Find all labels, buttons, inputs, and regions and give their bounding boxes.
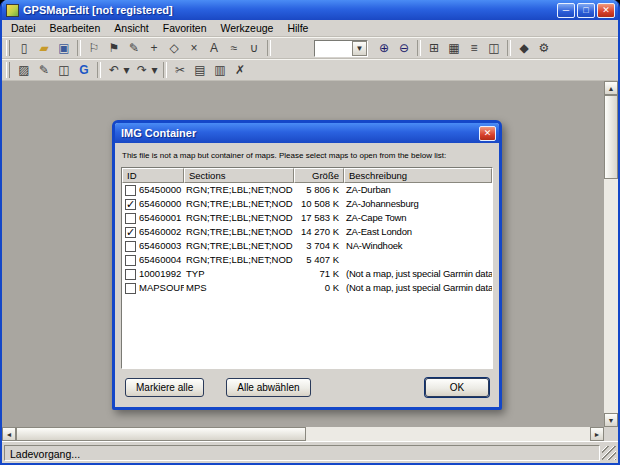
separator xyxy=(163,62,167,78)
close-button[interactable]: ✕ xyxy=(597,3,615,18)
undo-icon[interactable]: ↶ xyxy=(105,61,123,79)
draw-polyline-icon[interactable]: ✎ xyxy=(125,39,143,57)
magnet-icon[interactable]: ∪ xyxy=(245,39,263,57)
hatch-icon[interactable]: ▨ xyxy=(15,61,33,79)
menu-item[interactable]: Werkzeuge xyxy=(214,21,281,35)
dialog-close-button[interactable]: ✕ xyxy=(479,126,496,141)
row-checkbox[interactable] xyxy=(125,269,136,280)
menu-item[interactable]: Datei xyxy=(4,21,43,35)
icon-glyph: × xyxy=(190,39,197,57)
column-header[interactable]: Beschreibung xyxy=(344,168,492,183)
delete-icon[interactable]: ✗ xyxy=(231,61,249,79)
settings-icon[interactable]: ⚙ xyxy=(535,39,553,57)
route-icon[interactable]: ≈ xyxy=(225,39,243,57)
overlay-icon[interactable]: ◫ xyxy=(55,61,73,79)
select-all-button[interactable]: Markiere alle xyxy=(125,378,204,397)
row-checkbox[interactable] xyxy=(125,213,136,224)
redo-menu-icon[interactable]: ▾ xyxy=(150,61,159,79)
column-header[interactable]: Größe xyxy=(294,168,344,183)
row-checkbox[interactable] xyxy=(125,227,136,238)
cell-sections: RGN;TRE;LBL;NET;NOD xyxy=(184,183,294,197)
icon-glyph: ◫ xyxy=(488,39,499,57)
tiles-icon[interactable]: ◫ xyxy=(485,39,503,57)
row-id-text: 65460004 xyxy=(139,253,181,267)
zoom-out-icon[interactable]: ⊖ xyxy=(395,39,413,57)
deselect-all-button[interactable]: Alle abwählen xyxy=(226,378,310,397)
separator xyxy=(417,40,421,56)
column-header[interactable]: Sections xyxy=(184,168,294,183)
row-checkbox[interactable] xyxy=(125,199,136,210)
row-id-text: 65460003 xyxy=(139,239,181,253)
icon-glyph: ↶ xyxy=(109,61,119,79)
menu-item[interactable]: Favoriten xyxy=(156,21,214,35)
vertical-scroll-thumb[interactable] xyxy=(604,95,618,179)
row-checkbox[interactable] xyxy=(125,283,136,294)
paste-icon[interactable]: ▥ xyxy=(211,61,229,79)
scale-combo[interactable]: ▼ xyxy=(314,40,368,57)
row-checkbox[interactable] xyxy=(125,241,136,252)
add-node-icon[interactable]: + xyxy=(145,39,163,57)
column-header[interactable]: ID xyxy=(122,168,184,183)
menubar: Datei Bearbeiten Ansicht Favoriten Werkz… xyxy=(2,20,618,37)
horizontal-scrollbar[interactable]: ◄ ► xyxy=(2,427,604,441)
layers-icon[interactable]: ≡ xyxy=(465,39,483,57)
cell-id: 65460004 xyxy=(122,253,184,267)
objects-icon[interactable]: ◆ xyxy=(515,39,533,57)
table-row[interactable]: 65460003 RGN;TRE;LBL;NET;NOD 3 704 K NA-… xyxy=(122,239,492,253)
row-checkbox[interactable] xyxy=(125,185,136,196)
new-file-icon[interactable]: ▯ xyxy=(15,39,33,57)
table-row[interactable]: MAPSOURC MPS 0 K (Not a map, just specia… xyxy=(122,281,492,295)
table-row[interactable]: 65460004 RGN;TRE;LBL;NET;NOD 5 407 K xyxy=(122,253,492,267)
dialog-message: This file is not a map but container of … xyxy=(122,151,492,160)
save-icon[interactable]: ▣ xyxy=(55,39,73,57)
scroll-left-icon[interactable]: ◄ xyxy=(2,427,16,441)
table-row[interactable]: 65450000 RGN;TRE;LBL;NET;NOD 5 806 K ZA-… xyxy=(122,183,492,197)
zoom-in-icon[interactable]: ⊕ xyxy=(375,39,393,57)
table-row[interactable]: 65460002 RGN;TRE;LBL;NET;NOD 14 270 K ZA… xyxy=(122,225,492,239)
label-icon[interactable]: A xyxy=(205,39,223,57)
combo-dropdown-icon[interactable]: ▼ xyxy=(352,41,367,56)
grid-icon[interactable]: ⊞ xyxy=(425,39,443,57)
scroll-down-icon[interactable]: ▼ xyxy=(604,413,618,427)
dialog-titlebar[interactable]: IMG Container ✕ xyxy=(115,123,499,143)
icon-glyph: ▤ xyxy=(194,61,205,79)
toolbar-grip[interactable] xyxy=(6,62,10,78)
scroll-up-icon[interactable]: ▲ xyxy=(604,81,618,95)
redo-icon[interactable]: ↷ xyxy=(133,61,151,79)
erase-icon[interactable]: × xyxy=(185,39,203,57)
cell-size: 14 270 K xyxy=(294,225,344,239)
cell-size: 10 508 K xyxy=(294,197,344,211)
add-flag-icon[interactable]: ⚑ xyxy=(105,39,123,57)
vertical-scrollbar[interactable]: ▲ ▼ xyxy=(604,81,618,427)
menu-item[interactable]: Hilfe xyxy=(280,21,315,35)
workspace: ▲ ▼ ◄ ► IMG Container ✕ This file is not… xyxy=(2,81,618,441)
maximize-button[interactable]: □ xyxy=(577,3,595,18)
cut-icon[interactable]: ✂ xyxy=(171,61,189,79)
table-row[interactable]: 65460001 RGN;TRE;LBL;NET;NOD 17 583 K ZA… xyxy=(122,211,492,225)
cell-description: (Not a map, just special Garmin data) xyxy=(344,281,492,295)
horizontal-scroll-thumb[interactable] xyxy=(16,427,306,441)
open-file-icon[interactable]: ▰ xyxy=(35,39,53,57)
titlebar[interactable]: GPSMapEdit [not registered] ─ □ ✕ xyxy=(2,0,618,20)
dialog-body: This file is not a map but container of … xyxy=(115,143,499,407)
undo-menu-icon[interactable]: ▾ xyxy=(122,61,131,79)
resize-grip[interactable] xyxy=(602,446,616,460)
table-row[interactable]: 65460000 RGN;TRE;LBL;NET;NOD 10 508 K ZA… xyxy=(122,197,492,211)
google-earth-icon[interactable]: G xyxy=(75,61,93,79)
minimize-button[interactable]: ─ xyxy=(557,3,575,18)
status-text: Ladevorgang... xyxy=(4,445,600,461)
menu-item[interactable]: Ansicht xyxy=(107,21,155,35)
move-vertex-icon[interactable]: ◇ xyxy=(165,39,183,57)
mesh-icon[interactable]: ▦ xyxy=(445,39,463,57)
pencil-icon[interactable]: ✎ xyxy=(35,61,53,79)
row-checkbox[interactable] xyxy=(125,255,136,266)
scroll-right-icon[interactable]: ► xyxy=(590,427,604,441)
copy-icon[interactable]: ▤ xyxy=(191,61,209,79)
ok-button[interactable]: OK xyxy=(425,378,489,397)
app-icon xyxy=(6,4,19,17)
add-waypoint-icon[interactable]: ⚐ xyxy=(85,39,103,57)
cell-size: 5 806 K xyxy=(294,183,344,197)
menu-item[interactable]: Bearbeiten xyxy=(43,21,108,35)
table-row[interactable]: 10001992 TYP 71 K (Not a map, just speci… xyxy=(122,267,492,281)
toolbar-grip[interactable] xyxy=(6,40,10,56)
